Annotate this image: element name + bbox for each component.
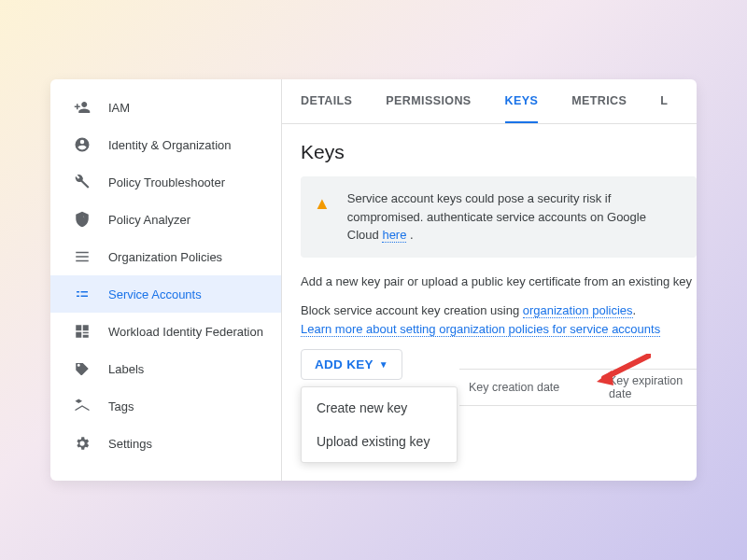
main-content: DETAILS PERMISSIONS KEYS METRICS L Keys … — [282, 79, 697, 481]
sidebar-item-label: Settings — [108, 437, 152, 451]
add-key-button[interactable]: ADD KEY ▼ — [301, 349, 402, 380]
tab-details[interactable]: DETAILS — [301, 79, 352, 123]
col-key-expiration-date: Key expiration date — [609, 374, 697, 400]
warning-text: Service account keys could pose a securi… — [347, 189, 680, 245]
account-circle-icon — [73, 135, 92, 154]
sidebar-item-tags[interactable]: Tags — [50, 387, 281, 425]
add-key-description: Add a new key pair or upload a public ke… — [301, 273, 697, 291]
person-add-icon — [73, 98, 92, 117]
warning-banner: ▲ Service account keys could pose a secu… — [301, 176, 697, 258]
chevron-down-icon: ▼ — [379, 359, 388, 370]
wrench-icon — [73, 173, 92, 191]
sidebar-item-label: Policy Analyzer — [108, 213, 190, 227]
sidebar: IAM Identity & Organization Policy Troub… — [50, 79, 282, 481]
sidebar-item-analyzer[interactable]: Policy Analyzer — [50, 201, 281, 238]
dropdown-upload-existing-key[interactable]: Upload existing key — [302, 425, 457, 458]
learn-more-link[interactable]: Learn more about setting organization po… — [301, 322, 660, 337]
sidebar-item-identity[interactable]: Identity & Organization — [50, 126, 281, 163]
tab-keys[interactable]: KEYS — [505, 79, 539, 123]
col-key-creation-date: Key creation date — [459, 381, 609, 394]
sidebar-item-settings[interactable]: Settings — [50, 425, 281, 462]
sidebar-item-workload[interactable]: Workload Identity Federation — [50, 313, 281, 350]
page-title: Keys — [301, 141, 697, 163]
tag-icon — [73, 359, 92, 378]
sidebar-item-label: Organization Policies — [108, 250, 222, 264]
sidebar-item-label: Workload Identity Federation — [108, 325, 263, 339]
sidebar-item-label: IAM — [108, 101, 130, 115]
federation-icon — [73, 322, 92, 341]
warning-here-link[interactable]: here — [382, 228, 406, 243]
tab-metrics[interactable]: METRICS — [571, 79, 627, 123]
sidebar-item-service-accounts[interactable]: Service Accounts — [50, 275, 281, 313]
app-panel: IAM Identity & Organization Policy Troub… — [50, 79, 697, 481]
sidebar-item-org-policies[interactable]: Organization Policies — [50, 238, 281, 275]
sidebar-item-label: Labels — [108, 362, 144, 376]
tabs-bar: DETAILS PERMISSIONS KEYS METRICS L — [282, 79, 697, 124]
add-key-label: ADD KEY — [315, 357, 374, 371]
keys-section: Keys ▲ Service account keys could pose a… — [282, 124, 697, 380]
add-key-dropdown: Create new key Upload existing key — [301, 386, 458, 463]
sidebar-item-label: Service Accounts — [108, 287, 202, 301]
tab-permissions[interactable]: PERMISSIONS — [386, 79, 471, 123]
sidebar-item-troubleshooter[interactable]: Policy Troubleshooter — [50, 163, 281, 201]
sidebar-item-label: Policy Troubleshooter — [108, 175, 225, 189]
list-icon — [73, 247, 92, 266]
sidebar-item-labels[interactable]: Labels — [50, 350, 281, 387]
block-description: Block service account key creation using… — [301, 301, 697, 338]
policy-icon — [73, 210, 92, 229]
sidebar-item-label: Tags — [108, 399, 134, 413]
org-policies-link[interactable]: organization policies — [523, 303, 633, 318]
service-account-icon — [73, 285, 92, 303]
keys-table-header: Key creation date Key expiration date — [459, 369, 697, 406]
sidebar-item-iam[interactable]: IAM — [50, 89, 281, 126]
warning-icon: ▲ — [314, 191, 331, 245]
tab-logs-truncated[interactable]: L — [660, 79, 668, 123]
sidebar-item-label: Identity & Organization — [108, 138, 232, 152]
bookmark-icon — [73, 397, 92, 415]
dropdown-create-new-key[interactable]: Create new key — [302, 391, 457, 425]
gear-icon — [73, 434, 92, 453]
